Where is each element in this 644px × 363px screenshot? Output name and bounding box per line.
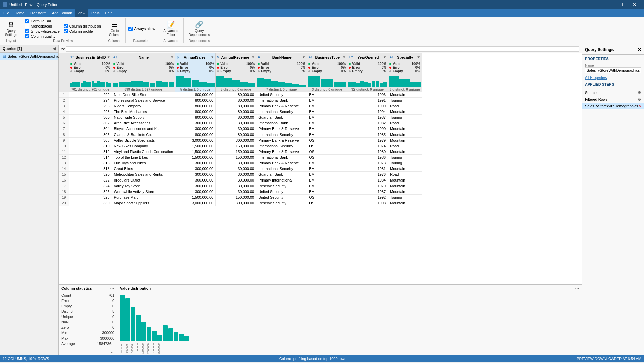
yearopened-stats: Valid100% Error0% Empty0% <box>347 61 388 74</box>
minimize-button[interactable]: — <box>600 0 613 9</box>
table-row[interactable]: 11312Vinyl and Plastic Goods Corporation… <box>59 149 422 155</box>
table-row[interactable]: 8306Clamps & Brackets Co.800,000.0080,00… <box>59 132 422 138</box>
menu-view[interactable]: View <box>75 9 88 17</box>
show-whitespace-checkbox-row[interactable]: Show whitespace <box>25 29 60 33</box>
table-row[interactable]: 2294Professional Sales and Service800,00… <box>59 98 422 103</box>
data-grid-container: 1²³ BusinessEntityID ▼ Valid100% Error0%… <box>59 53 582 284</box>
menu-home[interactable]: Home <box>12 9 27 17</box>
table-row[interactable]: 10310New Bikes Company1,500,000.00150,00… <box>59 143 422 149</box>
title-bar-controls[interactable]: — ❐ ✕ <box>600 0 641 9</box>
value-dist-menu[interactable]: ··· <box>575 286 579 290</box>
table-row[interactable]: 13316Fun Toys and Bikes300,000.0030,000.… <box>59 160 422 166</box>
all-properties-link[interactable]: All Properties <box>582 75 644 80</box>
businesstype-menu[interactable]: ▼ <box>342 55 346 59</box>
table-row[interactable]: 20330Major Sport Suppliers3,000,000.0030… <box>59 200 422 206</box>
formula-bar-checkbox-row[interactable]: Formula Bar <box>25 19 60 23</box>
table-row[interactable]: 14318Great Bikes300,000.0030,000.00Inter… <box>59 166 422 172</box>
stats-value: 0 <box>112 315 114 319</box>
table-row[interactable]: 6302Area Bike Accessories300,000.0030,00… <box>59 120 422 126</box>
table-row[interactable]: 12314Top of the Line Bikes1,500,000.0015… <box>59 155 422 160</box>
specialty-menu[interactable]: ▼ <box>417 55 420 59</box>
col-profile-checkbox[interactable] <box>64 29 68 33</box>
stats-scroll-down[interactable]: ⌄ <box>110 349 114 354</box>
businessentityid-menu[interactable]: ▼ <box>107 55 110 59</box>
always-allow-checkbox[interactable] <box>128 27 133 31</box>
column-quality-checkbox[interactable] <box>25 34 29 38</box>
step-gear-icon[interactable]: ⚙ <box>638 97 641 102</box>
annualrevenue-menu[interactable]: ▼ <box>251 55 255 59</box>
annualsales-menu[interactable]: ▼ <box>211 55 214 59</box>
table-cell: Guardian Bank <box>256 172 307 177</box>
table-row[interactable]: 16322Irregulars Outlet300,000.0030,000.0… <box>59 177 422 183</box>
query-item-sales[interactable]: ▦ Sales_vStoreWithDemographics <box>0 53 58 60</box>
step-item-filtered-rows[interactable]: Filtered Rows⚙ <box>582 96 644 103</box>
table-row[interactable]: 17324Valley Toy Store300,000.0030,000.00… <box>59 183 422 189</box>
table-row[interactable]: 5300Nationwide Supply800,000.0080,000.00… <box>59 115 422 120</box>
step-name: Sales_vStoreWithDemographics <box>585 104 638 108</box>
monospaced-checkbox-row[interactable]: Monospaced <box>25 24 60 28</box>
col-distribution-checkbox[interactable] <box>64 24 68 28</box>
table-cell: 300,000.00 <box>175 183 216 189</box>
ribbon-group-layout-content: ⚙ QuerySettings <box>3 19 19 38</box>
show-whitespace-checkbox[interactable] <box>25 29 29 33</box>
status-bar: 12 COLUMNS, 199+ ROWS Column profiling b… <box>0 355 644 362</box>
table-row[interactable]: 19328Purchase Mart1,500,000.00150,000.00… <box>59 195 422 200</box>
table-row[interactable]: 7304Bicycle Accessories and Kits300,000.… <box>59 126 422 132</box>
column-quality-checkbox-row[interactable]: Column quality <box>25 34 60 38</box>
query-settings-close[interactable]: ✕ <box>637 47 641 52</box>
dist-bar <box>174 332 178 341</box>
table-cell: 30,000.00 <box>216 126 256 132</box>
table-row[interactable]: 4298The Bike Mechanics800,000.0080,000.0… <box>59 109 422 115</box>
menu-file[interactable]: File <box>1 9 12 17</box>
grid-scroll[interactable]: 1²³ BusinessEntityID ▼ Valid100% Error0%… <box>59 53 582 284</box>
table-cell: 300,000.00 <box>175 166 216 172</box>
advanced-editor-label: AdvancedEditor <box>163 29 178 37</box>
col-profile-checkbox-row[interactable]: Column profile <box>64 29 101 33</box>
table-row[interactable]: 1292Next-Door Bike Store800,000.0080,000… <box>59 92 422 98</box>
table-cell: Primary Bank & Reserve <box>256 126 307 132</box>
table-cell: 1976 <box>347 172 388 177</box>
menu-add-column[interactable]: Add Column <box>49 9 75 17</box>
close-button[interactable]: ✕ <box>628 0 641 9</box>
table-row[interactable]: 9308Valley Bicycle Specialists3,000,000.… <box>59 138 422 143</box>
formula-bar-checkbox[interactable] <box>25 19 29 23</box>
advanced-editor-button[interactable]: 📝 AdvancedEditor <box>161 19 180 38</box>
step-gear-icon[interactable]: ⚙ <box>638 90 641 95</box>
table-cell: Touring <box>388 160 422 166</box>
menu-transform[interactable]: Transform <box>27 9 49 17</box>
name-menu[interactable]: ▼ <box>170 55 174 59</box>
col-stats-menu[interactable]: ··· <box>110 286 114 290</box>
name-property-input[interactable] <box>585 67 641 73</box>
col-header-bankname: A↑ BankName ▼ Valid100% Error0% Empty0% <box>256 53 307 92</box>
step-x-icon[interactable]: ✕ <box>638 104 641 108</box>
table-row[interactable]: 15320Metropolitan Sales and Rental300,00… <box>59 172 422 177</box>
step-item-source[interactable]: Source⚙ <box>582 89 644 96</box>
monospaced-checkbox[interactable] <box>25 24 29 28</box>
table-cell: United Security <box>256 195 307 200</box>
bankname-menu[interactable]: ▼ <box>302 55 305 59</box>
table-cell: 16 <box>59 177 69 183</box>
maximize-button[interactable]: ❐ <box>614 0 627 9</box>
dist-bar <box>184 336 189 341</box>
step-item-sales-store[interactable]: Sales_vStoreWithDemographics✕ <box>582 103 644 109</box>
collapse-queries-button[interactable]: ◀ <box>53 46 56 51</box>
table-row[interactable]: 3296Riders Company800,000.0080,000.00Pri… <box>59 103 422 109</box>
menu-tools[interactable]: Tools <box>88 9 102 17</box>
go-to-column-button[interactable]: ☰ Go toColumn <box>107 19 123 38</box>
query-dependencies-button[interactable]: 🔗 QueryDependencies <box>186 19 212 38</box>
yearopened-menu[interactable]: ▼ <box>383 55 386 59</box>
table-cell: 306 <box>69 132 112 138</box>
status-profiling: Column profiling based on top 1000 rows <box>279 357 346 361</box>
table-cell: Mountain <box>388 92 422 98</box>
menu-help[interactable]: Help <box>102 9 115 17</box>
table-cell: New Bikes Company <box>112 143 175 149</box>
formula-input[interactable] <box>66 46 579 52</box>
annualrevenue-type: $ <box>217 55 219 59</box>
col-distribution-checkbox-row[interactable]: Column distribution <box>64 24 101 28</box>
table-row[interactable]: 18326Worthwhile Activity Store300,000.00… <box>59 189 422 195</box>
businesstype-distinct: 3 distinct, 0 unique <box>307 87 347 92</box>
ribbon-group-columns: ☰ Go toColumn Columns <box>104 18 126 43</box>
table-cell: 3,000,000.00 <box>175 200 216 206</box>
always-allow-checkbox-row[interactable]: Always allow <box>128 27 155 31</box>
query-settings-button[interactable]: ⚙ QuerySettings <box>3 19 19 38</box>
